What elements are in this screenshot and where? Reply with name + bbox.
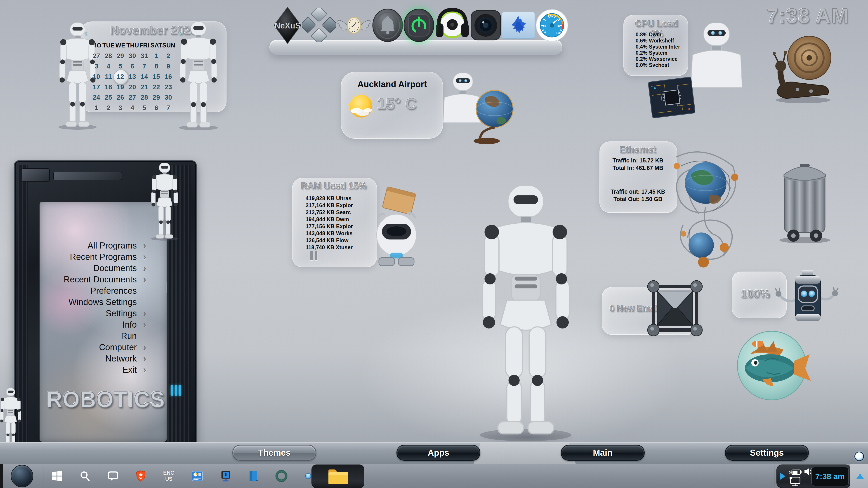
calendar-day[interactable]: 5 bbox=[138, 103, 150, 113]
corner-orb-button[interactable] bbox=[855, 452, 864, 461]
calendar-day[interactable]: 2 bbox=[102, 103, 114, 113]
battery-plug-icon[interactable] bbox=[789, 468, 803, 476]
calendar-day[interactable]: 25 bbox=[102, 92, 114, 103]
calendar-day[interactable]: 17 bbox=[90, 82, 102, 92]
taskbar-button[interactable]: Apps bbox=[397, 445, 480, 461]
calendar-day[interactable]: 30 bbox=[162, 92, 174, 103]
calendar-day[interactable]: 30 bbox=[126, 51, 138, 61]
calendar-day[interactable]: 28 bbox=[102, 51, 114, 61]
calendar-day[interactable]: 15 bbox=[150, 71, 162, 82]
media-player-icon[interactable] bbox=[434, 7, 470, 43]
calendar-day[interactable]: 1 bbox=[150, 51, 162, 61]
pause-button[interactable] bbox=[310, 251, 320, 260]
svg-text:80: 80 bbox=[557, 24, 561, 27]
ram-process-line: 177,156 KB Explor bbox=[306, 223, 353, 230]
taskbar-buttons: ThemesAppsMainSettings bbox=[232, 445, 809, 459]
ring-icon[interactable] bbox=[275, 470, 287, 482]
calendar-day[interactable]: 6 bbox=[126, 61, 138, 71]
start-menu-item-label: Info bbox=[46, 320, 137, 330]
calendar-day[interactable]: 1 bbox=[90, 103, 102, 113]
yellow-folder-icon[interactable] bbox=[328, 468, 348, 485]
calendar-day-header: SUN bbox=[162, 40, 174, 51]
windows-logo-icon[interactable] bbox=[52, 470, 62, 482]
calendar-day[interactable]: 18 bbox=[102, 82, 114, 92]
calendar-day[interactable]: 4 bbox=[126, 103, 138, 113]
calendar-day[interactable]: 12 bbox=[114, 71, 126, 82]
taskbar-button[interactable]: Themes bbox=[232, 445, 316, 461]
calendar-day[interactable]: 2 bbox=[162, 51, 174, 61]
documents-icon[interactable] bbox=[249, 470, 258, 482]
system-monitor-icon[interactable] bbox=[192, 470, 203, 482]
start-menu-item[interactable]: Documents › bbox=[46, 263, 153, 274]
start-menu-item[interactable]: Recent Programs › bbox=[46, 251, 153, 263]
modules-icon[interactable] bbox=[302, 8, 336, 42]
chat-icon[interactable] bbox=[107, 470, 119, 482]
calendar-day[interactable]: 8 bbox=[150, 61, 162, 71]
calendar-day[interactable]: 3 bbox=[90, 61, 102, 71]
start-menu-item[interactable]: Windows Settings bbox=[46, 296, 153, 308]
sphere-icon[interactable] bbox=[305, 473, 311, 480]
calendar-day[interactable]: 9 bbox=[162, 61, 174, 71]
calendar-day[interactable]: 7 bbox=[162, 103, 174, 113]
calendar-day[interactable]: 7 bbox=[138, 61, 150, 71]
robotics-logo: ROBOTICS bbox=[41, 387, 170, 412]
windows-bloom-icon[interactable] bbox=[501, 11, 535, 39]
calendar-day[interactable]: 29 bbox=[114, 51, 126, 61]
fish-decor[interactable] bbox=[728, 327, 815, 406]
recycle-bin[interactable] bbox=[774, 155, 835, 245]
calendar-day[interactable]: 3 bbox=[114, 103, 126, 113]
nexus-icon[interactable]: NeXuS bbox=[273, 6, 302, 44]
start-menu-item[interactable]: Recent Documents › bbox=[46, 274, 153, 285]
ethernet-stat-line: Traffic out: 17.45 KB bbox=[602, 188, 674, 195]
calendar-day[interactable]: 24 bbox=[90, 92, 102, 103]
calendar-day[interactable]: 6 bbox=[150, 103, 162, 113]
computer-icon[interactable] bbox=[220, 470, 231, 482]
calendar-day[interactable]: 29 bbox=[150, 92, 162, 103]
calendar-day[interactable]: 11 bbox=[102, 71, 114, 82]
start-menu-item[interactable]: Network › bbox=[46, 353, 153, 364]
taskbar-pinned-icons: ENGUS bbox=[52, 467, 311, 485]
start-menu-item[interactable]: Computer › bbox=[46, 341, 153, 353]
start-menu-item[interactable]: Preferences bbox=[46, 285, 153, 296]
taskbar-up-arrow-icon[interactable] bbox=[856, 474, 864, 479]
calendar-day[interactable]: 10 bbox=[90, 71, 102, 82]
bell-icon[interactable] bbox=[372, 8, 403, 42]
search-icon[interactable] bbox=[80, 470, 90, 482]
start-menu-item-label: Preferences bbox=[46, 286, 137, 296]
calendar-day[interactable]: 31 bbox=[138, 51, 150, 61]
calendar-day[interactable]: 27 bbox=[90, 51, 102, 61]
calendar-day[interactable]: 20 bbox=[126, 82, 138, 92]
start-menu-item[interactable]: All Programs › bbox=[46, 240, 153, 251]
envelope-icon[interactable] bbox=[645, 278, 705, 338]
frame-plate bbox=[53, 172, 122, 180]
calendar-day[interactable]: 27 bbox=[126, 92, 138, 103]
start-orb[interactable] bbox=[11, 465, 33, 487]
battery-robot-icon bbox=[770, 266, 841, 328]
calendar-day[interactable]: 26 bbox=[114, 92, 126, 103]
calendar-day[interactable]: 16 bbox=[162, 71, 174, 82]
taskbar-button[interactable]: Settings bbox=[725, 445, 809, 461]
camera-icon[interactable] bbox=[470, 9, 501, 42]
calendar-day[interactable]: 28 bbox=[138, 92, 150, 103]
brave-icon[interactable] bbox=[135, 470, 146, 482]
calendar-day[interactable]: 22 bbox=[150, 82, 162, 92]
taskbar-button[interactable]: Main bbox=[561, 445, 645, 461]
start-menu-item[interactable]: Settings › bbox=[46, 308, 153, 319]
calendar-day[interactable]: 4 bbox=[102, 61, 114, 71]
power-icon[interactable] bbox=[403, 8, 434, 42]
calendar-day[interactable]: 19 bbox=[114, 82, 126, 92]
calendar-day[interactable]: 14 bbox=[138, 71, 150, 82]
tray-expand-icon[interactable] bbox=[780, 473, 785, 480]
calendar-day[interactable]: 23 bbox=[162, 82, 174, 92]
start-menu-item[interactable]: Run bbox=[46, 330, 153, 341]
calendar-day[interactable]: 13 bbox=[126, 71, 138, 82]
svg-text:0: 0 bbox=[544, 31, 546, 34]
start-menu-item[interactable]: Info › bbox=[46, 319, 153, 330]
start-menu-item[interactable]: Exit › bbox=[46, 364, 153, 376]
tray-clock[interactable]: 7:38 am bbox=[811, 467, 849, 486]
calendar-day[interactable]: 21 bbox=[138, 82, 150, 92]
winged-clock-icon[interactable] bbox=[336, 13, 372, 38]
network-icon[interactable] bbox=[789, 476, 801, 487]
language-indicator[interactable]: ENGUS bbox=[163, 470, 175, 482]
speedometer-icon[interactable]: 02060 80120 bbox=[535, 8, 569, 42]
